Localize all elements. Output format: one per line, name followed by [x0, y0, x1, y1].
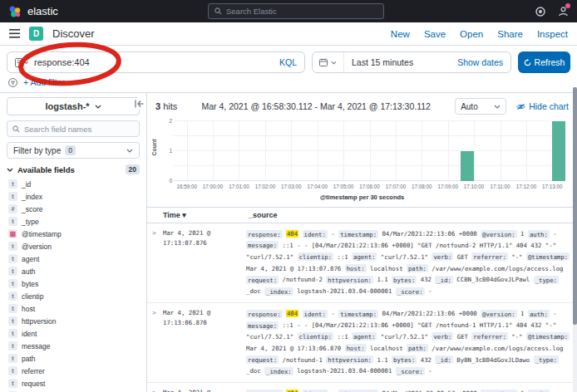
table-body: >Mar 4, 2021 @ 17:13:07.876response: 404… [147, 223, 577, 392]
field-name: host [22, 305, 35, 313]
field-item-httpversion[interactable]: thttpversion [7, 315, 140, 327]
filter-options-icon[interactable] [8, 78, 17, 87]
search-icon [12, 125, 20, 133]
open-button[interactable]: Open [460, 29, 483, 39]
source-field-badge: response: [246, 230, 283, 238]
elastic-logo-icon[interactable] [8, 5, 22, 18]
source-field-badge: path: [407, 344, 428, 352]
discover-page: elastic D Discover New Save Open [0, 0, 577, 392]
field-item-message[interactable]: tmessage [7, 340, 140, 352]
menu-icon[interactable] [9, 29, 20, 38]
x-axis-label: @timestamp per 30 seconds [155, 194, 569, 201]
inspect-button[interactable]: Inspect [537, 29, 568, 39]
field-item-type[interactable]: t_type [7, 215, 140, 228]
table-header: Time ▾ _source [147, 208, 577, 223]
breadcrumb: Discover [52, 27, 95, 40]
field-item-agent[interactable]: tagent [7, 252, 140, 265]
available-fields-header[interactable]: Available fields 20 [7, 164, 140, 174]
field-item-clientip[interactable]: tclientip [7, 290, 140, 302]
source-field-badge: referrer: [471, 252, 508, 261]
x-tick-label: 17:01:00 [229, 184, 249, 189]
time-column-header[interactable]: Time ▾ [163, 211, 249, 219]
expand-row-icon[interactable]: > [152, 308, 163, 318]
row-source: response: 404 ident: - timestamp: 04/Mar… [246, 228, 572, 297]
hide-chart-button[interactable]: Hide chart [516, 101, 569, 111]
vertical-scrollbar[interactable] [573, 87, 577, 392]
histogram-bar-17:09:30[interactable] [461, 151, 474, 181]
field-item-timestamp[interactable]: ▦@timestamp [7, 228, 140, 240]
number-field-icon: # [8, 204, 17, 213]
field-item-ident[interactable]: tident [7, 327, 140, 340]
field-item-auth[interactable]: tauth [7, 265, 140, 277]
query-input-box[interactable]: KQL [7, 51, 305, 73]
source-field-badge: message: [246, 241, 279, 249]
field-item-score[interactable]: #_score [7, 203, 140, 215]
field-item-path[interactable]: tpath [7, 352, 140, 365]
brand-name: elastic [27, 5, 58, 17]
x-tick-label: 17:07:00 [386, 184, 407, 189]
source-field-badge: @timestamp: [526, 332, 570, 341]
histogram-bar-17:13:00[interactable] [552, 121, 565, 181]
filter-by-type-select[interactable]: Filter by type 0 [7, 142, 140, 159]
date-picker-calendar-button[interactable] [313, 52, 344, 72]
query-language-button[interactable]: KQL [279, 57, 297, 67]
field-search-box[interactable] [7, 120, 140, 137]
plot-area[interactable]: 012 [174, 121, 565, 181]
field-item-referrer[interactable]: treferrer [7, 365, 140, 377]
expand-row-icon[interactable]: > [152, 228, 163, 238]
top-menu-actions: New Save Open Share Inspect [391, 29, 568, 39]
field-name: @timestamp [22, 230, 62, 238]
query-menu-icon[interactable] [15, 58, 29, 67]
field-item-index[interactable]: t_index [7, 190, 140, 203]
add-filter-button[interactable]: + Add filter [23, 77, 65, 87]
sort-desc-icon[interactable]: ▾ [182, 211, 186, 219]
global-search-input[interactable] [226, 7, 359, 16]
user-avatar[interactable] [558, 6, 569, 17]
field-item-host[interactable]: thost [7, 302, 140, 315]
field-search-input[interactable] [24, 125, 124, 134]
source-field-badge: host: [345, 264, 367, 272]
v-gridline [239, 121, 239, 181]
discover-app-icon[interactable]: D [29, 27, 43, 41]
refresh-icon [524, 59, 531, 66]
source-field-badge: _index: [264, 367, 293, 375]
string-field-icon: t [8, 192, 17, 201]
string-field-icon: t [8, 179, 17, 189]
source-column-header: _source [249, 211, 577, 219]
field-item-id[interactable]: t_id [7, 178, 140, 190]
string-field-icon: t [8, 329, 17, 338]
source-field-badge: bytes: [392, 276, 417, 284]
field-name: _score [22, 205, 43, 213]
interval-select[interactable]: Auto [455, 98, 506, 115]
collapse-sidebar-icon[interactable] [133, 98, 145, 110]
sidebar: logstash-* Filter by type 0 Available fi… [0, 93, 147, 392]
time-range-button[interactable]: Last 15 minutes [344, 57, 421, 67]
save-button[interactable]: Save [424, 29, 446, 39]
x-tick-label: 17:11:00 [490, 184, 510, 189]
string-field-icon: t [8, 304, 17, 313]
field-name: path [22, 355, 36, 363]
index-pattern-select[interactable]: logstash-* [7, 97, 140, 115]
source-field-badge: path: [407, 264, 428, 272]
query-input[interactable] [34, 57, 200, 67]
field-item-bytes[interactable]: tbytes [7, 277, 140, 290]
field-name: clientip [22, 292, 43, 301]
field-item-version[interactable]: t@version [7, 240, 140, 252]
refresh-button[interactable]: Refresh [518, 51, 570, 73]
string-field-icon: t [8, 254, 17, 263]
field-name: message [22, 342, 51, 350]
field-item-request[interactable]: trequest [7, 377, 140, 390]
source-field-badge: verb: [432, 252, 453, 261]
global-search[interactable] [208, 3, 384, 19]
hits-count: 3 hits [155, 101, 177, 111]
source-field-badge: @version: [481, 310, 517, 318]
show-dates-button[interactable]: Show dates [457, 57, 510, 67]
share-button[interactable]: Share [497, 29, 523, 39]
scrollbar-thumb[interactable] [573, 87, 577, 325]
source-field-badge: auth: [528, 310, 550, 318]
row-timestamp: Mar 4, 2021 @ 17:13:06.870 [163, 308, 246, 328]
new-button[interactable]: New [391, 29, 410, 39]
expand-row-icon[interactable]: > [152, 388, 163, 392]
help-icon[interactable] [535, 7, 545, 17]
notification-dot [565, 3, 570, 8]
